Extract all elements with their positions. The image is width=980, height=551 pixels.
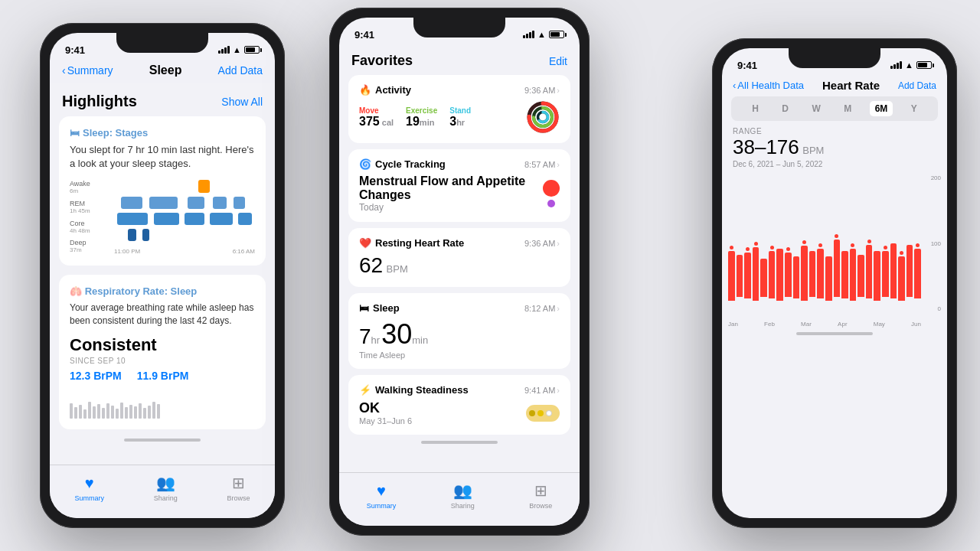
signal-icon-center (523, 31, 534, 38)
heart-icon: ♥ (85, 474, 94, 492)
browse-icon: ⊞ (232, 474, 245, 492)
bar-fill-4 (760, 259, 767, 297)
tab-summary-center[interactable]: ♥ Summary (367, 482, 397, 510)
chart-dot-17 (867, 240, 871, 243)
stand-stat: Stand 3hr (449, 106, 471, 129)
sleep-center-title: 🛏 Sleep (359, 302, 400, 314)
chart-bar-4 (760, 174, 767, 312)
status-time-right: 9:41 (737, 60, 757, 71)
chart-bars (728, 174, 921, 312)
chart-dot-5 (770, 246, 774, 249)
brpm-val2: 11.9 BrPM (137, 370, 189, 382)
since-label: SINCE SEP 10 (70, 357, 255, 365)
filter-d[interactable]: D (776, 101, 794, 116)
chart-bar-14 (841, 174, 848, 312)
chart-bar-9 (801, 174, 808, 312)
gauge-dot-2 (537, 410, 544, 416)
chart-dot-13 (835, 234, 838, 238)
heart-value-row: 62 BPM (359, 253, 560, 278)
status-icons-left: ▲ (218, 45, 260, 54)
add-data-button-right[interactable]: Add Data (898, 80, 936, 91)
y-label-0: 0 (938, 305, 941, 312)
favorites-header: Favorites Edit (339, 45, 580, 75)
exercise-stat: Exercise 19min (406, 106, 437, 129)
filter-y[interactable]: Y (906, 101, 923, 116)
edit-button[interactable]: Edit (549, 55, 567, 67)
signal-icon-right (890, 61, 902, 69)
heart-card-icon: ❤️ (359, 237, 371, 249)
filter-h[interactable]: H (746, 101, 764, 116)
chart-bar-19 (882, 174, 889, 312)
health-data-title: Heart Rate (822, 79, 880, 92)
tab-sharing-center[interactable]: 👥 Sharing (451, 481, 475, 510)
heart-rate-card[interactable]: ❤️ Resting Heart Rate 9:36 AM › 62 BPM (348, 228, 570, 287)
cycle-heading: Menstrual Flow and Appetite Changes (359, 174, 543, 202)
activity-card[interactable]: 🔥 Activity 9:36 AM › Move 375 cal (348, 75, 570, 143)
sleep-stages-title: 🛏 Sleep: Stages (70, 127, 255, 139)
cycle-time: 8:57 AM › (524, 160, 560, 169)
filter-w[interactable]: W (806, 101, 825, 116)
walking-icon: ⚡ (359, 384, 371, 396)
chart-bar-1 (737, 174, 743, 312)
chart-bar-0 (728, 174, 735, 312)
x-jun: Jun (911, 321, 921, 328)
heart-card-header: ❤️ Resting Heart Rate 9:36 AM › (359, 237, 560, 249)
filter-m[interactable]: M (838, 101, 857, 116)
exercise-label: Exercise (406, 106, 437, 115)
show-all-button[interactable]: Show All (221, 96, 263, 108)
gauge-dot-1 (529, 410, 535, 416)
respiratory-card[interactable]: 🫁 Respiratory Rate: Sleep Your average b… (59, 275, 266, 429)
chevron-walking: › (557, 386, 560, 395)
wifi-icon: ▲ (233, 45, 241, 54)
bar-fill-1 (737, 255, 743, 297)
sleep-card-center[interactable]: 🛏 Sleep 8:12 AM › 7hr 30min Time Asleep (348, 293, 570, 369)
tab-sharing-left[interactable]: 👥 Sharing (154, 474, 178, 502)
highlights-title: Highlights (62, 93, 137, 110)
tab-bar-left: ♥ Summary 👥 Sharing ⊞ Browse (50, 465, 275, 518)
tab-browse-center[interactable]: ⊞ Browse (529, 481, 552, 510)
nav-title-left: Sleep (149, 64, 182, 77)
walking-title: ⚡ Walking Steadiness (359, 384, 469, 396)
label-deep: Deep37m (70, 239, 112, 253)
walking-card[interactable]: ⚡ Walking Steadiness 9:41 AM › OK May 31… (348, 375, 570, 435)
bar-fill-20 (890, 243, 897, 298)
cycle-tracking-card[interactable]: 🌀 Cycle Tracking 8:57 AM › Menstrual Flo… (348, 149, 570, 222)
range-value-row: 38–176 BPM (733, 135, 936, 159)
back-button-right[interactable]: ‹ All Health Data (733, 80, 804, 91)
signal-icon (218, 46, 230, 54)
activity-stats: Move 375 cal Exercise 19min Stand (359, 106, 471, 129)
right-phone: 9:41 ▲ ‹ All Health Data Hear (712, 38, 957, 528)
chart-bar-8 (793, 174, 800, 312)
label-core: Core4h 48m (70, 220, 112, 234)
activity-ring (526, 100, 560, 134)
chart-bar-16 (858, 174, 864, 312)
bar-fill-17 (866, 245, 873, 298)
cycle-dots (543, 180, 560, 207)
bar-fill-21 (898, 256, 905, 301)
tab-browse-left[interactable]: ⊞ Browse (227, 474, 250, 502)
sleep-stages-text: You slept for 7 hr 10 min last night. He… (70, 143, 255, 171)
time-filter: H D W M 6M Y (731, 96, 938, 121)
activity-title: 🔥 Activity (359, 84, 411, 96)
filter-6m[interactable]: 6M (870, 101, 893, 116)
summary-icon-center: ♥ (377, 482, 386, 500)
chart-dot-23 (916, 243, 920, 247)
sleep-chart: Awake6m REM1h 45m Core4h 48m Deep37m (70, 178, 255, 255)
status-icons-center: ▲ (523, 30, 564, 39)
heart-title: ❤️ Resting Heart Rate (359, 237, 464, 249)
home-indicator-left (124, 439, 201, 442)
tab-summary-left[interactable]: ♥ Summary (74, 474, 104, 502)
home-indicator-right (796, 332, 873, 335)
move-val: 375 cal (359, 115, 394, 129)
tab-bar-center: ♥ Summary 👥 Sharing ⊞ Browse (339, 472, 580, 526)
respiratory-icon: 🫁 (70, 285, 82, 297)
nav-back-left[interactable]: ‹ Summary (62, 64, 113, 77)
chart-dot-21 (900, 251, 903, 255)
add-data-button-left[interactable]: Add Data (218, 64, 263, 77)
walking-content: OK May 31–Jun 6 (359, 400, 560, 425)
notch-center (413, 18, 505, 37)
bar-fill-7 (785, 253, 792, 297)
sleep-stages-card[interactable]: 🛏 Sleep: Stages You slept for 7 hr 10 mi… (59, 116, 266, 266)
wifi-icon-right: ▲ (905, 60, 913, 70)
brpm-val1: 12.3 BrPM (70, 370, 122, 382)
